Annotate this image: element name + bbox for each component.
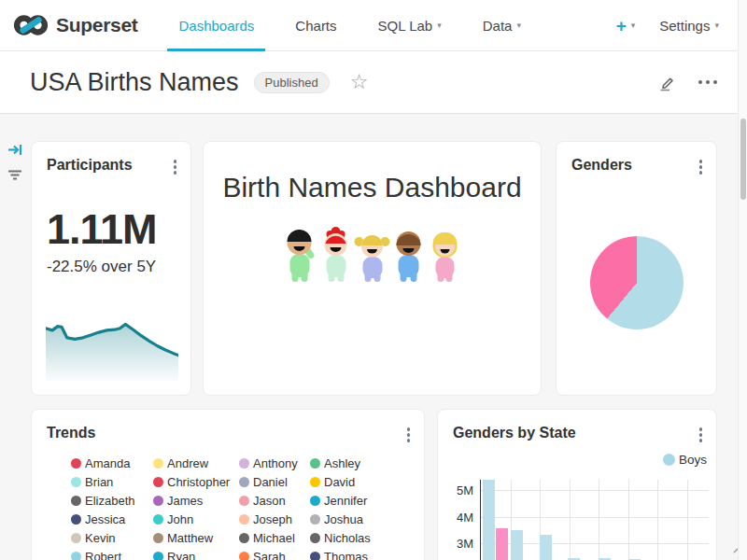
legend-color-dot [310, 458, 320, 469]
legend-item-david[interactable]: David [310, 475, 394, 488]
chevron-down-icon: ▾ [516, 21, 521, 30]
gridline [481, 517, 709, 518]
legend-item-nicholas[interactable]: Nicholas [310, 531, 394, 544]
legend-item-jennifer[interactable]: Jennifer [310, 494, 394, 507]
legend-item-amanda[interactable]: Amanda [71, 456, 153, 469]
more-vert-icon[interactable] [405, 426, 413, 444]
navbar-right: + ▾ Settings ▾ [616, 17, 719, 35]
trends-card: Trends AmandaAndrewAnthonyAshleyBrianChr… [31, 409, 425, 560]
legend-color-dot [153, 496, 163, 506]
plus-icon: + [616, 17, 627, 35]
legend-color-dot [71, 533, 81, 543]
genders-pie-chart[interactable] [590, 236, 684, 329]
legend-item-kevin[interactable]: Kevin [71, 531, 153, 544]
more-vert-icon[interactable] [172, 158, 179, 176]
legend-item-thomas[interactable]: Thomas [310, 550, 394, 560]
bar-girls[interactable] [496, 528, 508, 560]
legend-name: Jason [253, 494, 286, 508]
legend-item-anthony[interactable]: Anthony [239, 456, 310, 469]
legend-item-brian[interactable]: Brian [71, 475, 153, 488]
nav-item-dashboards[interactable]: Dashboards [167, 0, 265, 51]
filter-funnel-icon[interactable] [7, 169, 22, 182]
legend-item-andrew[interactable]: Andrew [153, 456, 239, 469]
nav-item-data[interactable]: Data▾ [472, 0, 532, 51]
genders-card: Genders [556, 141, 717, 396]
children-illustration [281, 226, 463, 286]
status-badge[interactable]: Published [254, 72, 330, 93]
legend-name: Anthony [253, 456, 298, 470]
legend-color-dot [239, 477, 249, 487]
legend-item-michael[interactable]: Michael [239, 531, 310, 544]
main-nav-menu: DashboardsChartsSQL Lab▾Data▾ [158, 0, 541, 51]
legend-name: Elizabeth [85, 494, 134, 508]
new-item-button[interactable]: + ▾ [616, 17, 636, 35]
edit-pencil-icon[interactable] [657, 73, 676, 91]
expand-filter-bar-icon[interactable] [7, 143, 22, 157]
bar-boys[interactable] [540, 535, 552, 560]
legend-name: Amanda [85, 456, 130, 470]
chevron-down-icon: ▾ [714, 21, 719, 30]
legend-item-matthew[interactable]: Matthew [153, 531, 239, 544]
chevron-down-icon: ▾ [631, 21, 636, 30]
legend-item-joseph[interactable]: Joseph [239, 512, 310, 525]
boys-legend-label: Boys [679, 453, 707, 467]
settings-menu[interactable]: Settings ▾ [659, 18, 719, 34]
gridline [599, 480, 599, 560]
legend-color-dot [71, 552, 81, 560]
nav-item-sql-lab[interactable]: SQL Lab▾ [367, 0, 453, 51]
gridline [687, 480, 688, 560]
top-navbar: Superset DashboardsChartsSQL Lab▾Data▾ +… [0, 0, 747, 51]
legend-name: Nicholas [324, 531, 371, 545]
legend-color-dot [239, 496, 249, 506]
legend-color-dot [153, 533, 163, 543]
superset-dashboard-screen: Superset DashboardsChartsSQL Lab▾Data▾ +… [0, 0, 747, 560]
more-vert-icon[interactable] [698, 426, 705, 444]
favorite-star-icon[interactable]: ☆ [350, 70, 369, 94]
legend-item-ashley[interactable]: Ashley [310, 456, 394, 469]
more-options-icon[interactable] [698, 80, 717, 84]
page-title: USA Births Names [30, 68, 239, 97]
header-actions [657, 73, 717, 91]
legend-name: Kevin [85, 531, 116, 545]
bar-boys[interactable] [511, 530, 523, 560]
legend-name: Daniel [253, 475, 288, 489]
legend-item-john[interactable]: John [153, 512, 239, 525]
vertical-scrollbar-thumb[interactable] [740, 119, 746, 200]
legend-item-jessica[interactable]: Jessica [71, 512, 153, 525]
settings-label: Settings [659, 18, 710, 34]
nav-item-charts[interactable]: Charts [284, 0, 347, 51]
gridline [657, 480, 658, 560]
legend-name: Michael [253, 531, 295, 545]
superset-logo[interactable]: Superset [13, 13, 137, 37]
legend-item-ryan[interactable]: Ryan [153, 550, 239, 560]
more-vert-icon[interactable] [698, 158, 705, 176]
legend-item-daniel[interactable]: Daniel [239, 475, 310, 488]
bar-boys[interactable] [483, 480, 495, 560]
legend-item-robert[interactable]: Robert [71, 550, 153, 560]
genders-by-state-card-title: Genders by State [453, 425, 576, 441]
legend-item-james[interactable]: James [153, 494, 239, 507]
legend-name: Andrew [167, 456, 208, 470]
nav-item-label: SQL Lab [378, 18, 433, 34]
vertical-scrollbar-track[interactable] [738, 0, 747, 560]
legend-item-christopher[interactable]: Christopher [153, 475, 239, 488]
legend-color-dot [153, 552, 163, 560]
legend-name: James [167, 494, 203, 508]
legend-color-dot [239, 533, 249, 543]
legend-item-sarah[interactable]: Sarah [239, 550, 310, 560]
legend-item-elizabeth[interactable]: Elizabeth [71, 494, 153, 507]
dashboard-header: USA Births Names Published ☆ [0, 51, 747, 114]
gridline [481, 490, 709, 491]
legend-color-dot [71, 514, 81, 525]
legend-color-dot [239, 458, 249, 469]
legend-name: Brian [85, 475, 113, 489]
legend-color-dot [71, 477, 81, 487]
legend-color-dot [239, 514, 249, 525]
legend-item-jason[interactable]: Jason [239, 494, 310, 507]
legend-name: Matthew [167, 531, 213, 545]
legend-item-joshua[interactable]: Joshua [310, 512, 394, 525]
legend-name: Ashley [324, 456, 360, 470]
boys-legend-item[interactable]: Boys [663, 453, 707, 467]
banner-card: Birth Names Dashboard [203, 141, 542, 396]
genders-by-state-bar-chart[interactable] [480, 480, 709, 560]
